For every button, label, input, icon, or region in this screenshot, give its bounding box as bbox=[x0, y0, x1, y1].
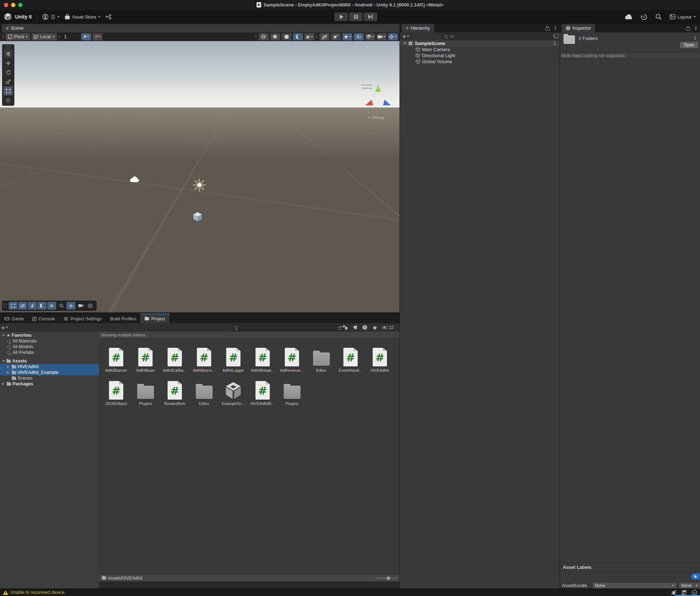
tab-console[interactable]: Console bbox=[28, 314, 59, 323]
thumbnail-size-slider[interactable] bbox=[375, 578, 397, 579]
cloud-icon[interactable] bbox=[624, 14, 633, 20]
gizmos-overlay-button[interactable] bbox=[47, 302, 56, 310]
effects-dropdown[interactable] bbox=[342, 33, 352, 40]
hierarchy-scene-root[interactable]: SampleScene ⋮ bbox=[400, 40, 560, 46]
debugger-disabled-icon[interactable] bbox=[671, 590, 676, 595]
search-in-window-icon[interactable] bbox=[338, 326, 342, 330]
assets-root[interactable]: Assets bbox=[0, 358, 99, 364]
open-button[interactable]: Open bbox=[680, 42, 698, 48]
camera-wireframe-button[interactable] bbox=[259, 33, 269, 40]
scene-visibility-toggle[interactable] bbox=[354, 33, 364, 40]
collapse-caret-icon[interactable] bbox=[403, 42, 406, 46]
camera-overlay-button[interactable] bbox=[76, 302, 85, 310]
asset-folder-row[interactable]: HIVEAdKit_Example bbox=[0, 370, 99, 375]
expand-caret-icon[interactable] bbox=[2, 382, 5, 385]
version-control-button[interactable] bbox=[105, 14, 112, 20]
tab-project[interactable]: Project bbox=[140, 314, 169, 323]
panel-menu-icon[interactable]: ⋮ bbox=[694, 26, 698, 31]
project-file[interactable]: # HIVEAdKitE... bbox=[248, 372, 277, 406]
drag-handle-icon[interactable]: ‖ bbox=[2, 34, 4, 39]
overlay-drag-handle[interactable] bbox=[5, 46, 11, 48]
shading-overlay-button[interactable] bbox=[38, 302, 46, 310]
header-menu-icon[interactable]: ⋮ bbox=[693, 35, 697, 41]
pivot-dropdown[interactable]: Pivot bbox=[6, 33, 30, 40]
asset-folder-row[interactable]: Scenes bbox=[0, 375, 99, 381]
project-file[interactable]: # AdKitRewar... bbox=[248, 339, 277, 372]
tool-settings-button[interactable] bbox=[18, 302, 27, 310]
tab-build-profiles[interactable]: Build Profiles bbox=[106, 314, 140, 323]
camera-lighting-button[interactable] bbox=[293, 33, 303, 40]
gizmos-dropdown[interactable] bbox=[388, 33, 398, 40]
history-icon[interactable] bbox=[641, 14, 647, 20]
camera-unlit-button[interactable] bbox=[282, 33, 292, 40]
camera-shaded-button[interactable] bbox=[270, 33, 280, 40]
grid-size-field[interactable] bbox=[62, 33, 80, 40]
layout-dropdown[interactable]: Layout bbox=[670, 14, 696, 20]
audio-toggle[interactable] bbox=[331, 33, 341, 40]
project-file[interactable]: # AdKitLogger bbox=[219, 339, 248, 372]
collapse-caret-icon[interactable] bbox=[2, 360, 5, 364]
create-object-button[interactable]: + bbox=[401, 33, 411, 39]
project-file[interactable]: # Plugins bbox=[131, 372, 160, 406]
breadcrumb[interactable]: Assets/HIVEAdKit bbox=[102, 576, 142, 581]
cube-gizmo[interactable] bbox=[193, 212, 202, 222]
favorites-item[interactable]: All Models bbox=[0, 344, 99, 350]
hierarchy-search[interactable] bbox=[442, 33, 558, 39]
hidden-packages-icon[interactable] bbox=[362, 325, 367, 330]
cache-disabled-icon[interactable] bbox=[681, 590, 687, 595]
assetbundle-variant-select[interactable]: None bbox=[679, 582, 700, 589]
hierarchy-search-input[interactable] bbox=[449, 34, 556, 39]
rotate-tool-button[interactable] bbox=[4, 68, 13, 77]
project-file[interactable]: # JSONObject bbox=[101, 372, 131, 406]
project-file[interactable]: # EventHandl... bbox=[336, 339, 365, 372]
project-file[interactable]: # AdKitInters... bbox=[189, 339, 219, 372]
search-overlay-button[interactable] bbox=[57, 302, 66, 310]
directional-light-gizmo[interactable] bbox=[192, 178, 207, 192]
project-file[interactable]: # AdKitBanner bbox=[101, 339, 131, 372]
drag-handle-icon[interactable]: ‖ bbox=[255, 34, 257, 39]
perspective-label[interactable]: < Persp bbox=[368, 115, 384, 120]
lock-icon[interactable] bbox=[686, 27, 690, 31]
close-button[interactable] bbox=[4, 3, 8, 7]
project-search[interactable] bbox=[232, 324, 344, 331]
project-file[interactable]: # AdKitCallba... bbox=[160, 339, 189, 372]
hierarchy-item[interactable]: Global Volume bbox=[400, 59, 560, 65]
move-tool-button[interactable] bbox=[4, 59, 13, 67]
overlays-dropdown[interactable] bbox=[365, 33, 375, 40]
pause-button[interactable] bbox=[349, 12, 363, 21]
debug-draw-dropdown[interactable] bbox=[304, 33, 314, 40]
filter-by-label-icon[interactable] bbox=[353, 325, 357, 330]
assetbundle-select[interactable]: None bbox=[592, 582, 677, 589]
grid-snap-button[interactable]: # bbox=[93, 33, 103, 40]
asset-folder-row[interactable]: HIVEAdKit bbox=[0, 364, 99, 370]
minimize-button[interactable] bbox=[11, 3, 15, 7]
grid-axis-toggle[interactable]: # bbox=[81, 33, 91, 40]
z-axis-cone[interactable] bbox=[383, 100, 391, 105]
rect-overlay-button[interactable] bbox=[9, 302, 18, 310]
tab-project-settings[interactable]: Project Settings bbox=[59, 314, 106, 323]
view-tool-button[interactable] bbox=[4, 49, 13, 58]
panel-menu-icon[interactable]: ⋮ bbox=[553, 26, 558, 31]
x-axis-cone[interactable] bbox=[365, 100, 373, 105]
camera-settings-dropdown[interactable] bbox=[377, 33, 387, 40]
scale-tool-button[interactable] bbox=[4, 77, 13, 86]
favorites-root[interactable]: ★ Favorites bbox=[0, 332, 99, 338]
expand-caret-icon[interactable] bbox=[7, 371, 10, 374]
play-button[interactable] bbox=[334, 12, 348, 21]
favorites-star-icon[interactable] bbox=[372, 325, 377, 330]
project-file[interactable]: # AdKitBase bbox=[131, 339, 160, 372]
ok-check-icon[interactable] bbox=[692, 590, 697, 595]
project-file[interactable]: # Plugins bbox=[277, 372, 307, 406]
create-asset-button[interactable]: + bbox=[0, 325, 9, 331]
collapse-caret-icon[interactable] bbox=[2, 335, 5, 338]
project-file[interactable]: # RewardItem bbox=[160, 372, 189, 406]
tab-inspector[interactable]: Inspector bbox=[562, 24, 595, 32]
favorites-item[interactable]: All Prefabs bbox=[0, 350, 99, 355]
packages-root[interactable]: Packages bbox=[0, 381, 99, 387]
project-file[interactable]: # AdRevenue... bbox=[277, 339, 307, 372]
2d-toggle[interactable]: 2D bbox=[319, 33, 329, 40]
tab-scene[interactable]: # Scene bbox=[2, 24, 399, 32]
slider-knob[interactable] bbox=[387, 576, 390, 580]
orbit-overlay-button[interactable] bbox=[86, 302, 95, 310]
tab-game[interactable]: Game bbox=[0, 314, 28, 323]
